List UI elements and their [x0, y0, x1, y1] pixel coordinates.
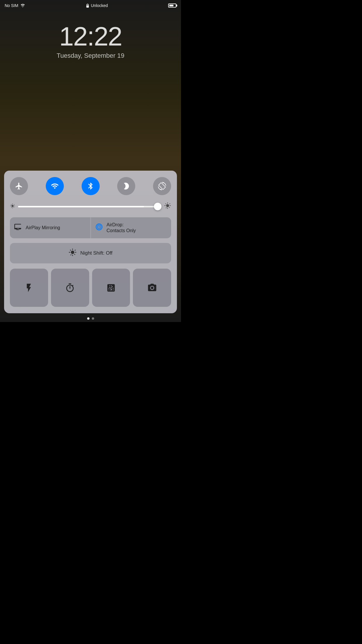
airplane-toggle[interactable]: [10, 177, 28, 195]
lock-label: Unlocked: [91, 3, 108, 8]
wifi-toggle[interactable]: [46, 177, 64, 195]
toggle-row: [10, 177, 171, 195]
clock-area: 12:22 Tuesday, September 19: [0, 23, 181, 60]
brightness-min-icon: [10, 203, 15, 210]
airplay-icon: [14, 223, 22, 233]
rotation-icon: [158, 182, 166, 190]
airdrop-button[interactable]: AirDrop:Contacts Only: [91, 217, 171, 238]
svg-point-3: [98, 226, 100, 228]
brightness-slider[interactable]: [18, 206, 161, 207]
night-shift-button[interactable]: Night Shift: Off: [10, 243, 171, 263]
airplane-icon: [15, 182, 23, 190]
flashlight-button[interactable]: [10, 269, 48, 307]
night-shift-label: Night Shift: Off: [80, 250, 112, 256]
clock-time: 12:22: [0, 23, 181, 50]
status-center: Unlocked: [86, 3, 108, 8]
moon-icon: [122, 182, 130, 190]
clock-date: Tuesday, September 19: [0, 52, 181, 60]
lock-icon: [86, 4, 89, 8]
battery-icon: [168, 4, 176, 8]
wifi-status-icon: [20, 4, 25, 8]
page-dots: [0, 317, 181, 320]
control-center: AirPlay Mirroring AirDrop:Contacts Only …: [4, 171, 177, 313]
airplay-button[interactable]: AirPlay Mirroring: [10, 217, 90, 238]
page-dot-1: [87, 317, 89, 320]
calculator-button[interactable]: [92, 269, 130, 307]
svg-rect-0: [86, 5, 89, 8]
status-right: [168, 4, 176, 8]
app-shortcuts-row: [10, 269, 171, 307]
status-left: No SIM: [5, 3, 25, 8]
airdrop-icon: [95, 223, 103, 233]
feature-row: AirPlay Mirroring AirDrop:Contacts Only: [10, 217, 171, 238]
page-dot-2: [92, 317, 94, 320]
rotation-toggle[interactable]: [153, 177, 171, 195]
brightness-max-icon: [164, 202, 171, 211]
airplay-label: AirPlay Mirroring: [26, 225, 60, 231]
calculator-icon: [106, 283, 116, 293]
flashlight-icon: [24, 283, 34, 293]
timer-button[interactable]: [51, 269, 89, 307]
status-bar: No SIM Unlocked: [0, 0, 181, 11]
donotdisturb-toggle[interactable]: [117, 177, 135, 195]
camera-button[interactable]: [133, 269, 171, 307]
wifi-icon: [51, 182, 59, 190]
brightness-row: [10, 202, 171, 211]
nightshift-icon: [68, 248, 77, 258]
bluetooth-toggle[interactable]: [82, 177, 100, 195]
timer-icon: [65, 283, 75, 293]
camera-icon: [147, 283, 157, 293]
bluetooth-icon: [87, 182, 95, 190]
airdrop-label: AirDrop:Contacts Only: [107, 222, 136, 234]
carrier-label: No SIM: [5, 3, 18, 8]
